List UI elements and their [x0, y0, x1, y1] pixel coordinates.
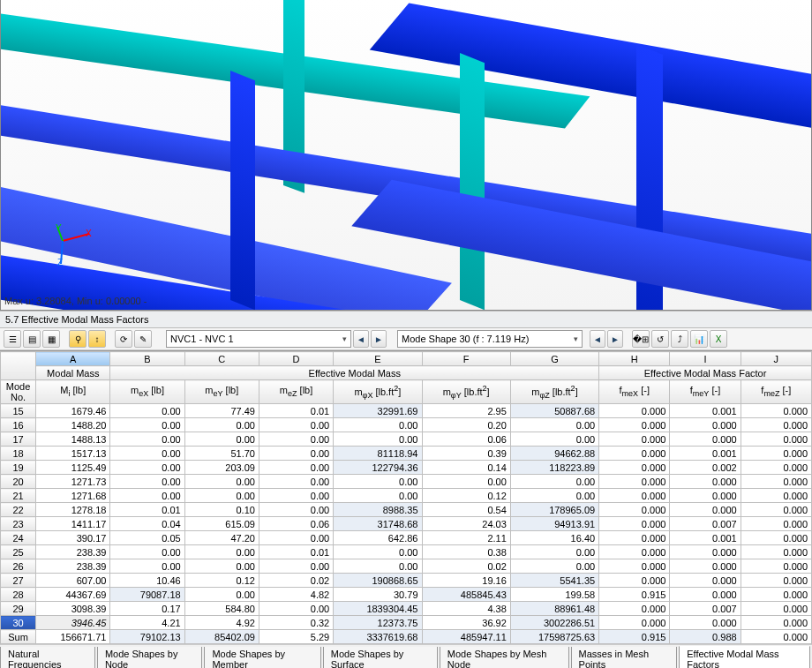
row-header[interactable]: 19 — [1, 461, 36, 475]
table-row[interactable]: 24390.170.0547.200.00642.862.1116.400.00… — [1, 531, 812, 545]
cell[interactable]: 3098.39 — [36, 602, 110, 616]
row-header[interactable]: 30 — [1, 616, 36, 630]
cell[interactable]: 0.00 — [259, 559, 333, 574]
cell[interactable]: 0.001 — [670, 447, 741, 461]
cell[interactable]: 0.00 — [510, 489, 598, 503]
col-letter-B[interactable]: B — [110, 352, 184, 366]
cell[interactable]: 51.70 — [184, 447, 259, 461]
cell[interactable]: 0.000 — [741, 503, 811, 517]
cell[interactable]: 0.000 — [670, 588, 741, 602]
cell[interactable]: 0.06 — [422, 432, 510, 447]
cell[interactable]: 0.00 — [184, 489, 259, 503]
tab[interactable]: Mode Shapes by Mesh Node — [440, 647, 569, 668]
cell[interactable]: 0.000 — [741, 602, 811, 616]
cell[interactable]: 0.02 — [259, 574, 333, 588]
cell[interactable]: 4.92 — [184, 616, 259, 630]
tab[interactable]: Mode Shapes by Member — [204, 647, 320, 668]
col-letter-G[interactable]: G — [510, 352, 598, 366]
tab[interactable]: Effective Modal Mass Factors — [679, 646, 810, 668]
table-row[interactable]: 231411.170.04615.090.0631748.6824.039491… — [1, 517, 812, 531]
cell[interactable]: 0.000 — [741, 588, 811, 602]
cell[interactable]: 0.00 — [510, 475, 598, 489]
cell[interactable]: 0.10 — [184, 503, 259, 517]
cell[interactable]: 0.00 — [110, 489, 184, 503]
cell[interactable]: 0.000 — [670, 574, 741, 588]
cell[interactable]: 607.00 — [36, 574, 110, 588]
cell[interactable]: 0.000 — [599, 447, 670, 461]
row-header[interactable]: 26 — [1, 559, 36, 574]
table-row[interactable]: 2844367.6979087.180.004.8230.79485845.43… — [1, 588, 812, 602]
cell[interactable]: 1839304.45 — [334, 602, 422, 616]
cell[interactable]: 0.000 — [599, 602, 670, 616]
cell[interactable]: 0.000 — [741, 404, 811, 418]
cell[interactable]: 0.00 — [110, 475, 184, 489]
cell[interactable]: 0.000 — [599, 432, 670, 447]
cell[interactable]: 0.000 — [599, 418, 670, 432]
cell[interactable]: 0.12 — [422, 489, 510, 503]
tab[interactable]: Masses in Mesh Points — [571, 647, 678, 668]
table-row[interactable]: 27607.0010.460.120.02190868.6519.165541.… — [1, 574, 812, 588]
table-row[interactable]: 151679.460.0077.490.0132991.692.9550887.… — [1, 404, 812, 418]
cell[interactable]: 0.00 — [334, 418, 422, 432]
cell[interactable]: 485845.43 — [422, 588, 510, 602]
cell[interactable]: 190868.65 — [334, 574, 422, 588]
toolbar-btn-3[interactable]: ▦ — [42, 330, 60, 348]
cell[interactable]: 0.00 — [110, 559, 184, 574]
cell[interactable]: 0.00 — [259, 447, 333, 461]
table-row[interactable]: 293098.390.17584.800.001839304.454.38889… — [1, 602, 812, 616]
cell[interactable]: 0.000 — [670, 489, 741, 503]
cell[interactable]: 1125.49 — [36, 461, 110, 475]
cell[interactable]: 0.000 — [599, 404, 670, 418]
cell[interactable]: 3337619.68 — [334, 630, 422, 644]
cell[interactable]: 0.01 — [259, 545, 333, 559]
table-row[interactable]: 171488.130.000.000.000.000.060.000.0000.… — [1, 432, 812, 447]
col-letter-C[interactable]: C — [184, 352, 259, 366]
cell[interactable]: 122794.36 — [334, 461, 422, 475]
cell[interactable]: 1488.13 — [36, 432, 110, 447]
cell[interactable]: 32991.69 — [334, 404, 422, 418]
cell[interactable]: 88961.48 — [510, 602, 598, 616]
cell[interactable]: 0.000 — [741, 461, 811, 475]
cell[interactable]: 238.39 — [36, 545, 110, 559]
row-header[interactable]: 25 — [1, 545, 36, 559]
cell[interactable]: 0.000 — [670, 559, 741, 574]
cell[interactable]: 0.38 — [422, 545, 510, 559]
col-letter-D[interactable]: D — [259, 352, 333, 366]
cell[interactable]: 0.000 — [741, 475, 811, 489]
cell[interactable]: 2.11 — [422, 531, 510, 545]
row-header[interactable]: 15 — [1, 404, 36, 418]
cell[interactable]: 0.00 — [259, 432, 333, 447]
cell[interactable]: 17598725.63 — [510, 630, 598, 644]
cell[interactable]: 0.00 — [510, 432, 598, 447]
cell[interactable]: 2.95 — [422, 404, 510, 418]
cell[interactable]: 0.00 — [184, 475, 259, 489]
cell[interactable]: 44367.69 — [36, 588, 110, 602]
cell[interactable]: 0.00 — [334, 559, 422, 574]
tab[interactable]: Mode Shapes by Surface — [323, 647, 438, 668]
cell[interactable]: 3002286.51 — [510, 616, 598, 630]
cell[interactable]: 50887.68 — [510, 404, 598, 418]
row-header[interactable]: 29 — [1, 602, 36, 616]
cell[interactable]: 0.00 — [259, 489, 333, 503]
cell[interactable]: 0.000 — [741, 574, 811, 588]
cell[interactable]: 0.02 — [422, 559, 510, 574]
cell[interactable]: 0.000 — [599, 545, 670, 559]
cell[interactable]: 0.000 — [599, 531, 670, 545]
cell[interactable]: 0.00 — [110, 418, 184, 432]
table-row[interactable]: 181517.130.0051.700.0081118.940.3994662.… — [1, 447, 812, 461]
table-row[interactable]: 201271.730.000.000.000.000.000.000.0000.… — [1, 475, 812, 489]
cell[interactable]: 0.988 — [670, 630, 741, 644]
cell[interactable]: 8988.35 — [334, 503, 422, 517]
cell[interactable]: 0.000 — [670, 432, 741, 447]
cell[interactable]: 0.17 — [110, 602, 184, 616]
table-row[interactable]: 25238.390.000.000.010.000.380.000.0000.0… — [1, 545, 812, 559]
cell[interactable]: 36.92 — [422, 616, 510, 630]
cell[interactable]: 118223.89 — [510, 461, 598, 475]
cell[interactable]: 0.12 — [184, 574, 259, 588]
cell[interactable]: 77.49 — [184, 404, 259, 418]
row-header[interactable]: 18 — [1, 447, 36, 461]
cell[interactable]: 0.54 — [422, 503, 510, 517]
cell[interactable]: 0.00 — [259, 531, 333, 545]
cell[interactable]: 4.21 — [110, 616, 184, 630]
cell[interactable]: 0.00 — [110, 404, 184, 418]
